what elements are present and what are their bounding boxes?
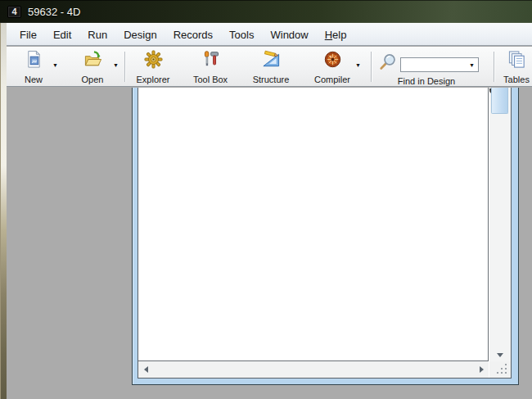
application-window: 4 59632 - 4D File Edit Run Design Record… [0, 0, 532, 399]
menu-item-records[interactable]: Records [165, 24, 221, 45]
menu-bar: File Edit Run Design Records Tools Windo… [7, 23, 532, 46]
menu-item-file[interactable]: File [11, 24, 45, 45]
gear-icon [144, 50, 163, 72]
explorer-button[interactable]: Explorer [128, 50, 178, 84]
menu-help-accel: H [325, 29, 332, 41]
tables-button[interactable]: Tables [497, 50, 532, 84]
resize-grip[interactable] [489, 361, 511, 378]
scroll-down-arrow-icon [497, 353, 503, 357]
toolbar-separator [371, 52, 372, 82]
scroll-right-button[interactable] [475, 361, 488, 378]
vertical-scrollbar[interactable] [489, 88, 511, 361]
new-button[interactable]: New [16, 50, 52, 84]
menu-item-edit[interactable]: Edit [45, 24, 79, 45]
menu-item-help[interactable]: Help [317, 24, 355, 45]
toolbar-separator [494, 52, 494, 82]
find-in-design-label: Find in Design [377, 76, 476, 86]
structure-button-label: Structure [253, 75, 290, 84]
toolbar-separator [124, 52, 125, 82]
menu-item-design[interactable]: Design [115, 24, 165, 45]
menu-item-window[interactable]: Window [262, 24, 316, 45]
resize-grip-dots-icon [505, 372, 507, 374]
compiler-dropdown-button[interactable]: ▼ [355, 62, 361, 68]
open-button[interactable]: Open [73, 50, 112, 84]
tools-icon [201, 50, 220, 72]
find-in-design-combo: ▼ [400, 57, 479, 72]
4d-app-icon[interactable]: 4 [7, 6, 21, 18]
scroll-left-arrow-icon [144, 366, 148, 373]
document-child-window [132, 88, 519, 385]
wheel-icon [323, 50, 342, 72]
scroll-down-button[interactable] [489, 348, 511, 361]
tables-button-label: Tables [503, 75, 530, 84]
window-frame-left [0, 23, 7, 399]
mdi-client-area [7, 88, 532, 399]
new-button-label: New [25, 75, 43, 84]
compiler-button[interactable]: Compiler [308, 50, 357, 84]
magnifier-icon [378, 52, 398, 75]
find-in-design-input[interactable] [401, 58, 466, 71]
stacked-documents-icon [507, 50, 526, 72]
toolbox-button-label: Tool Box [193, 75, 228, 84]
document-view [138, 88, 512, 379]
set-square-pencil-icon [262, 50, 281, 72]
structure-button[interactable]: Structure [245, 50, 297, 84]
new-dropdown-button[interactable]: ▼ [52, 62, 58, 68]
compiler-button-label: Compiler [314, 75, 350, 84]
vertical-scrollbar-thumb[interactable] [491, 88, 508, 114]
window-title: 59632 - 4D [28, 6, 80, 18]
title-bar: 4 59632 - 4D [0, 0, 532, 23]
scroll-right-arrow-icon [480, 366, 484, 373]
explorer-button-label: Explorer [137, 75, 170, 84]
toolbar: New ▼ Open ▼ [7, 47, 532, 87]
toolbox-button[interactable]: Tool Box [184, 50, 237, 84]
horizontal-scrollbar[interactable] [138, 361, 489, 378]
open-folder-icon [83, 50, 102, 72]
open-dropdown-button[interactable]: ▼ [113, 62, 119, 68]
menu-help-rest: elp [332, 29, 346, 41]
menu-item-run[interactable]: Run [79, 24, 115, 45]
new-document-icon [25, 50, 43, 72]
menu-item-tools[interactable]: Tools [221, 24, 262, 45]
find-dropdown-button[interactable]: ▼ [466, 58, 478, 71]
document-content-area[interactable] [138, 88, 489, 361]
scroll-left-button[interactable] [139, 361, 152, 378]
window-body: File Edit Run Design Records Tools Windo… [7, 23, 532, 399]
open-button-label: Open [82, 75, 104, 84]
